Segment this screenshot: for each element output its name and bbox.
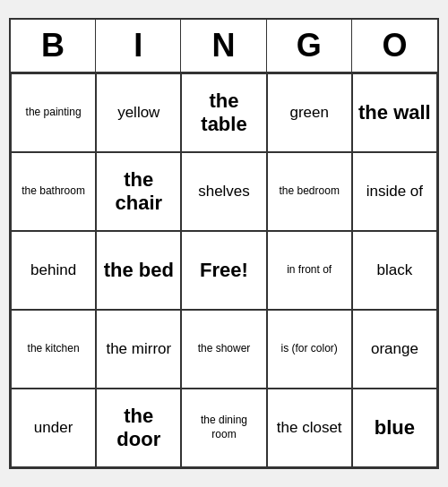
cell-text-21: the door	[102, 405, 175, 452]
header-letter-N: N	[181, 20, 266, 72]
cell-text-4: the wall	[358, 101, 431, 124]
bingo-cell-9[interactable]: inside of	[352, 152, 437, 231]
bingo-cell-3[interactable]: green	[267, 73, 352, 152]
bingo-cell-23[interactable]: the closet	[267, 389, 352, 467]
bingo-cell-8[interactable]: the bedroom	[267, 152, 352, 231]
bingo-cell-6[interactable]: the chair	[96, 152, 181, 231]
cell-text-6: the chair	[102, 168, 175, 216]
cell-text-15: the kitchen	[28, 342, 80, 356]
bingo-cell-12[interactable]: Free!	[181, 231, 266, 310]
cell-text-8: the bedroom	[280, 184, 340, 199]
cell-text-1: yellow	[117, 103, 159, 123]
header-letter-I: I	[96, 20, 181, 72]
bingo-cell-10[interactable]: behind	[11, 231, 96, 310]
bingo-cell-5[interactable]: the bathroom	[11, 152, 96, 231]
header-letter-B: B	[11, 20, 96, 72]
header-letter-O: O	[352, 20, 437, 72]
bingo-cell-13[interactable]: in front of	[267, 231, 352, 310]
bingo-cell-4[interactable]: the wall	[352, 73, 437, 152]
bingo-cell-24[interactable]: blue	[352, 389, 437, 467]
cell-text-23: the closet	[277, 418, 342, 438]
cell-text-13: in front of	[287, 263, 332, 278]
bingo-cell-17[interactable]: the shower	[181, 310, 266, 389]
cell-text-0: the painting	[26, 106, 82, 120]
bingo-cell-18[interactable]: is (for color)	[267, 310, 352, 389]
bingo-cell-1[interactable]: yellow	[96, 73, 181, 152]
cell-text-5: the bathroom	[22, 184, 85, 199]
bingo-card: BINGO the paintingyellowthe tablegreenth…	[9, 18, 439, 469]
bingo-header: BINGO	[11, 20, 437, 73]
bingo-cell-0[interactable]: the painting	[11, 73, 96, 152]
cell-text-22: the dining room	[187, 414, 260, 441]
bingo-cell-2[interactable]: the table	[181, 73, 266, 152]
bingo-cell-15[interactable]: the kitchen	[11, 310, 96, 389]
cell-text-17: the shower	[198, 342, 251, 356]
bingo-cell-16[interactable]: the mirror	[96, 310, 181, 389]
cell-text-3: green	[289, 103, 328, 123]
bingo-cell-7[interactable]: shelves	[181, 152, 266, 231]
bingo-grid: the paintingyellowthe tablegreenthe wall…	[11, 73, 437, 467]
bingo-cell-22[interactable]: the dining room	[181, 389, 266, 467]
cell-text-10: behind	[30, 261, 76, 280]
cell-text-18: is (for color)	[281, 342, 338, 356]
cell-text-12: Free!	[200, 259, 248, 282]
bingo-cell-19[interactable]: orange	[352, 310, 437, 389]
bingo-cell-21[interactable]: the door	[96, 389, 181, 467]
bingo-cell-20[interactable]: under	[11, 389, 96, 467]
bingo-cell-14[interactable]: black	[352, 231, 437, 310]
header-letter-G: G	[267, 20, 352, 72]
cell-text-11: the bed	[104, 259, 174, 282]
bingo-cell-11[interactable]: the bed	[96, 231, 181, 310]
cell-text-16: the mirror	[106, 339, 171, 359]
cell-text-7: shelves	[198, 182, 250, 201]
cell-text-14: black	[377, 261, 413, 280]
cell-text-20: under	[34, 418, 73, 438]
cell-text-24: blue	[375, 416, 415, 440]
cell-text-9: inside of	[366, 182, 423, 201]
cell-text-19: orange	[371, 339, 418, 359]
cell-text-2: the table	[187, 90, 260, 137]
